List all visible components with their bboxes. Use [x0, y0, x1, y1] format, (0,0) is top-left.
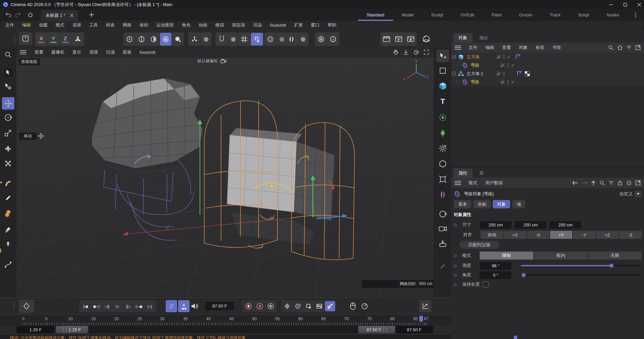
pen-tool-icon[interactable]: [4, 241, 12, 248]
menu-item-2[interactable]: 创建: [35, 22, 52, 28]
expander-icon[interactable]: [452, 72, 456, 75]
axis-mode-button[interactable]: [172, 33, 183, 46]
material-ball-button[interactable]: [420, 32, 433, 45]
maximize-view-icon[interactable]: [424, 50, 429, 55]
attr-forward-icon[interactable]: [582, 181, 587, 185]
strip-mograph-button[interactable]: [436, 188, 449, 201]
menu-item-3[interactable]: 模式: [52, 22, 68, 28]
modeling-axis-button[interactable]: [189, 33, 200, 46]
enable-toggle-icon[interactable]: [496, 71, 501, 76]
enabled-check-icon[interactable]: ✓: [507, 54, 511, 60]
visibility-dots[interactable]: [503, 54, 505, 60]
strip-scene-nodes-button[interactable]: [436, 127, 449, 139]
playhead-marker[interactable]: [419, 316, 423, 322]
strength-slider[interactable]: [521, 265, 640, 266]
align-option-5[interactable]: +Z: [596, 231, 619, 239]
sound-icon[interactable]: [191, 302, 199, 310]
attr-float-icon[interactable]: [635, 180, 641, 186]
menu-item-10[interactable]: 角色: [178, 22, 195, 28]
record-keyframe-button[interactable]: [243, 301, 254, 311]
strength-slider-knob[interactable]: [609, 264, 613, 268]
rotate-view-icon[interactable]: [413, 50, 419, 55]
playback-button-6[interactable]: ▷|: [145, 301, 155, 311]
enable-toggle-icon[interactable]: [500, 79, 505, 84]
attr-hamburger-icon[interactable]: [454, 181, 461, 185]
annotation-filter-button[interactable]: A: [327, 33, 339, 46]
menu-item-11[interactable]: 动画: [195, 22, 211, 28]
camera-icon[interactable]: [220, 59, 226, 64]
range-start-field[interactable]: 1.25 F: [16, 326, 55, 333]
menu-item-9[interactable]: 运动图形: [152, 22, 178, 28]
anim-dot-icon[interactable]: ◇: [454, 263, 457, 268]
timeline-corner-handle[interactable]: [514, 336, 517, 339]
phong-tag-icon[interactable]: [525, 71, 530, 76]
attr-group-title[interactable]: 对象属性: [454, 212, 471, 218]
menu-item-15[interactable]: Redshift: [266, 23, 290, 28]
enable-toggle-icon[interactable]: [500, 63, 505, 68]
menu-item-5[interactable]: 工具: [85, 22, 102, 28]
key-scale-button[interactable]: [304, 301, 314, 311]
viewport-menu-item-1[interactable]: 摄像机: [47, 49, 68, 55]
range-end-handle[interactable]: 87.50 F: [358, 326, 395, 333]
lock-z-button[interactable]: Z: [60, 33, 71, 46]
timeline-window-button[interactable]: [419, 300, 431, 312]
strip-volume-button[interactable]: [436, 157, 449, 170]
strip-bake-button[interactable]: [436, 237, 449, 250]
menu-item-6[interactable]: 样条: [102, 22, 119, 28]
section-tab-2[interactable]: 对象: [493, 200, 510, 208]
menu-item-4[interactable]: 选择: [68, 22, 85, 28]
quantize-button[interactable]: [265, 33, 276, 46]
live-selection-icon[interactable]: [4, 51, 12, 58]
model-mode-button[interactable]: [160, 33, 171, 46]
om-menu-item-5[interactable]: 书签: [548, 45, 565, 51]
world-axis-lock-button[interactable]: [72, 33, 84, 46]
preset-label[interactable]: 自定义: [620, 191, 633, 197]
range-start-handle[interactable]: 1.25 F: [56, 326, 88, 333]
playback-button-0[interactable]: |◀: [80, 301, 91, 311]
render-picture-viewer-button[interactable]: [393, 33, 404, 46]
cube-object-icon[interactable]: [458, 54, 464, 60]
snap-settings-button[interactable]: [228, 33, 238, 46]
size-x-field[interactable]: 250 cm: [480, 221, 512, 229]
attr-up-icon[interactable]: [591, 181, 596, 186]
toolbar-grip[interactable]: [14, 34, 16, 43]
enabled-check-icon[interactable]: ✓: [511, 62, 515, 68]
om-search-icon[interactable]: [608, 45, 613, 50]
section-tab-3[interactable]: 域: [512, 200, 525, 208]
timeline-ruler[interactable]: 0510152025303540455055606570758085 87: [0, 315, 451, 326]
rotate-tool-icon[interactable]: [4, 113, 12, 122]
snap-button[interactable]: [216, 33, 227, 46]
size-y-field[interactable]: 250 cm: [515, 221, 546, 229]
align-option-3[interactable]: +Y: [550, 231, 573, 239]
tree-row-cube1[interactable]: 立方体.1: [451, 69, 644, 78]
playback-button-5[interactable]: ▷◆: [134, 301, 144, 311]
redo-icon[interactable]: [15, 12, 21, 17]
om-menu-item-2[interactable]: 查看: [498, 45, 515, 51]
strip-select-button[interactable]: [436, 50, 449, 62]
om-hamburger-icon[interactable]: [454, 45, 461, 50]
keep-length-checkbox[interactable]: [483, 282, 489, 287]
minimize-button[interactable]: [609, 3, 613, 7]
menu-item-1[interactable]: 编辑: [18, 22, 35, 28]
menu-item-7[interactable]: 网格: [119, 22, 136, 28]
lock-y-button[interactable]: Y: [48, 33, 59, 46]
pencil-tool-icon[interactable]: [4, 194, 12, 202]
visibility-dots[interactable]: [507, 79, 509, 85]
fit-to-parent-button[interactable]: 匹配到父级: [459, 241, 499, 249]
playback-button-3[interactable]: ▷: [113, 301, 123, 311]
camera-label[interactable]: 默认摄像机: [198, 58, 218, 64]
strip-rotate-button[interactable]: [436, 208, 449, 220]
tab-close-icon[interactable]: [70, 14, 73, 17]
strip-annotate-button[interactable]: [436, 260, 449, 273]
align-option-4[interactable]: -Y: [573, 231, 595, 239]
points-mode-button[interactable]: [124, 33, 135, 46]
om-menu-item-4[interactable]: 标签: [532, 45, 548, 51]
undo-icon[interactable]: [5, 12, 11, 17]
anim-dot-icon[interactable]: ◇: [454, 273, 457, 277]
mode-option-2[interactable]: 无限: [588, 252, 642, 260]
render-settings-button[interactable]: [405, 33, 416, 46]
layout-tab-7[interactable]: Script: [569, 9, 598, 21]
strip-text-button[interactable]: T: [436, 95, 449, 108]
layout-tab-4[interactable]: Paint: [483, 9, 511, 21]
menu-item-18[interactable]: 帮助: [324, 22, 340, 28]
